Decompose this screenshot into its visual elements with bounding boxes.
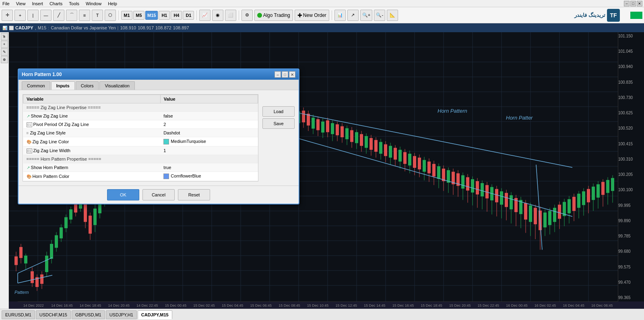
svg-rect-45 bbox=[31, 271, 34, 283]
time-label-0: 14 Dec 2022 bbox=[19, 303, 48, 308]
tf-d1[interactable]: D1 bbox=[183, 11, 194, 20]
algo-trading-btn[interactable]: Algo Trading bbox=[254, 10, 293, 21]
close-btn[interactable]: ✕ bbox=[637, 1, 642, 6]
properties-btn[interactable]: 📐 bbox=[387, 10, 398, 21]
text-tool[interactable]: T bbox=[92, 10, 103, 21]
modal-maximize-btn[interactable]: □ bbox=[282, 71, 288, 78]
price-label-12: 99.890 bbox=[618, 219, 643, 223]
tab-inputs[interactable]: Inputs bbox=[51, 81, 75, 90]
variable-cell: 01 Zig Zag Line Width bbox=[23, 147, 161, 155]
bottom-tab-1[interactable]: USDCHF,M15 bbox=[36, 310, 71, 319]
expert-settings-btn[interactable]: ⚙ bbox=[242, 10, 253, 21]
svg-rect-203 bbox=[413, 156, 416, 168]
svg-rect-285 bbox=[611, 178, 614, 191]
bottom-tab-4[interactable]: CADJPY,M15 bbox=[138, 310, 172, 319]
strategy-tester-btn[interactable]: ↗ bbox=[347, 10, 359, 21]
chart-symbol: CADJPY bbox=[15, 25, 33, 30]
indicators-btn[interactable]: ◉ bbox=[212, 10, 223, 21]
tf-h1[interactable]: H1 bbox=[159, 11, 170, 20]
trendline-tool[interactable]: ╱ bbox=[53, 10, 64, 21]
tab-common[interactable]: Common bbox=[22, 81, 50, 90]
window-controls: – □ ✕ bbox=[624, 1, 642, 6]
price-label-13: 99.785 bbox=[618, 234, 643, 238]
tab-colors[interactable]: Colors bbox=[76, 81, 99, 90]
menu-help[interactable]: Help bbox=[107, 1, 118, 6]
bottom-tab-3[interactable]: USDJPY,H1 bbox=[106, 310, 137, 319]
fib-tool[interactable]: ≡ bbox=[79, 10, 90, 21]
svg-rect-43 bbox=[24, 256, 27, 263]
separator-4 bbox=[332, 10, 332, 20]
svg-rect-39 bbox=[14, 256, 18, 265]
value-cell[interactable]: false bbox=[160, 112, 258, 120]
svg-rect-183 bbox=[365, 136, 368, 148]
svg-rect-185 bbox=[369, 138, 373, 150]
tab-visualization[interactable]: Visualization bbox=[99, 81, 135, 90]
cursor-tool[interactable]: + bbox=[14, 10, 26, 21]
save-button[interactable]: Save bbox=[262, 118, 295, 129]
channel-tool[interactable]: ⌒ bbox=[66, 10, 77, 21]
maximize-btn[interactable]: □ bbox=[630, 1, 636, 6]
hline-tool[interactable]: — bbox=[40, 10, 52, 21]
variable-cell: ≡ Zig Zag Line Style bbox=[23, 129, 161, 137]
value-cell[interactable]: true bbox=[160, 163, 258, 172]
left-tool-4[interactable]: ⊕ bbox=[1, 56, 8, 63]
tf-m5[interactable]: M5 bbox=[133, 11, 144, 20]
svg-rect-223 bbox=[461, 175, 464, 188]
left-tool-1[interactable]: 🖱 bbox=[1, 33, 8, 40]
reset-button[interactable]: Reset bbox=[178, 189, 210, 200]
menu-charts[interactable]: Charts bbox=[49, 1, 63, 6]
separator-2 bbox=[196, 10, 197, 20]
bottom-tab-2[interactable]: GBPUSD,M1 bbox=[72, 310, 105, 319]
menu-window[interactable]: Window bbox=[85, 1, 102, 6]
menu-view[interactable]: View bbox=[15, 1, 27, 6]
modal-window-controls: – □ ✕ bbox=[275, 71, 295, 78]
price-label-9: 100.205 bbox=[618, 172, 643, 177]
svg-rect-201 bbox=[408, 154, 411, 165]
templates-btn[interactable]: ⬜ bbox=[225, 10, 236, 21]
new-order-btn[interactable]: ✚ New Order bbox=[295, 10, 329, 21]
svg-rect-261 bbox=[553, 208, 556, 222]
zoom-in-btn[interactable]: 🔍+ bbox=[360, 10, 372, 21]
time-label-5: 15 Dec 00:45 bbox=[161, 303, 190, 308]
value-cell[interactable]: Dashdot bbox=[160, 129, 258, 137]
tf-m15[interactable]: M15 bbox=[145, 11, 158, 20]
left-tool-2[interactable]: + bbox=[1, 41, 8, 48]
account-history-btn[interactable]: 📊 bbox=[334, 10, 346, 21]
brand-logo: تریدینگ فایندر TF bbox=[574, 9, 620, 22]
price-label-11: 99.995 bbox=[618, 203, 643, 208]
chart-info-bar: 📊 ⬜ CADJPY , M15 : Canadian Dollar vs Ja… bbox=[0, 23, 644, 32]
svg-rect-189 bbox=[379, 142, 382, 154]
ok-button[interactable]: OK bbox=[107, 189, 139, 200]
svg-rect-243 bbox=[510, 195, 513, 209]
line-tool[interactable]: | bbox=[27, 10, 39, 21]
load-button[interactable]: Load bbox=[262, 106, 295, 117]
time-label-1: 14 Dec 16:45 bbox=[48, 303, 76, 308]
modal-close-btn[interactable]: ✕ bbox=[289, 71, 295, 78]
minimize-btn[interactable]: – bbox=[624, 1, 630, 6]
menu-insert[interactable]: Insert bbox=[31, 1, 44, 6]
price-label-10: 100.100 bbox=[618, 188, 643, 192]
modal-minimize-btn[interactable]: – bbox=[275, 71, 281, 78]
cancel-button[interactable]: Cancel bbox=[142, 189, 175, 200]
menu-file[interactable]: File bbox=[2, 1, 10, 6]
price-label-16: 99.470 bbox=[618, 280, 643, 285]
price-label-5: 100.625 bbox=[618, 111, 643, 115]
value-cell[interactable]: CornflowerBlue bbox=[160, 172, 258, 181]
svg-text:Pattern: Pattern bbox=[14, 290, 29, 295]
menu-tools[interactable]: Tools bbox=[68, 1, 80, 6]
separator-3 bbox=[239, 10, 239, 20]
modal-footer: OK Cancel Reset bbox=[19, 186, 299, 204]
shape-tool[interactable]: ⬡ bbox=[105, 10, 116, 21]
value-cell[interactable]: MediumTurquoise bbox=[160, 137, 258, 147]
value-cell[interactable]: 2 bbox=[160, 120, 258, 129]
value-cell[interactable]: 1 bbox=[160, 147, 258, 155]
zoom-out-btn[interactable]: 🔍- bbox=[374, 10, 385, 21]
left-tool-3[interactable]: ✎ bbox=[1, 48, 8, 56]
time-label-13: 15 Dec 16:45 bbox=[389, 303, 417, 308]
crosshair-tool[interactable]: ✛ bbox=[2, 10, 13, 21]
tf-h4[interactable]: H4 bbox=[171, 11, 182, 20]
chart-type-btn[interactable]: 📈 bbox=[199, 10, 211, 21]
bottom-tab-0[interactable]: EURUSD,M1 bbox=[2, 310, 35, 319]
tf-m1[interactable]: M1 bbox=[121, 11, 132, 20]
svg-rect-237 bbox=[495, 189, 498, 202]
